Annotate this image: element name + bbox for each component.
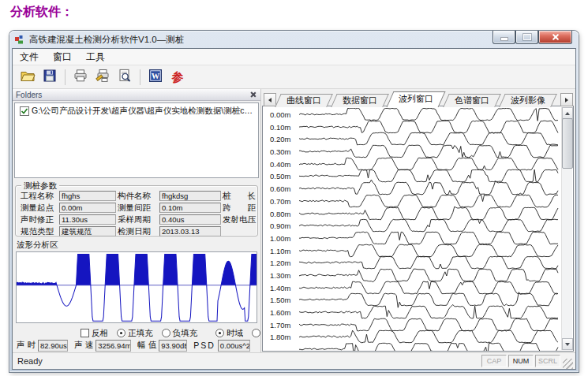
param-value-9[interactable]: 建筑规范: [59, 226, 116, 236]
toolbar-button-word-export[interactable]: W: [145, 68, 166, 87]
depth-label-12: 1.20m: [270, 259, 290, 267]
vertical-scrollbar[interactable]: [561, 107, 572, 350]
fill-radio-0[interactable]: 正填充: [117, 328, 153, 339]
fill-radio-label-0: 正填充: [128, 328, 153, 339]
depth-label-0: 0.00m: [270, 110, 290, 119]
pile-params-group: 测桩参数 工程名称fhghs构件名称fhgkdsg桩 长0.00m测量起点0.0…: [15, 185, 258, 236]
tab-2[interactable]: 波列窗口: [390, 91, 442, 107]
waveform-area-label: 波形分析区: [17, 240, 260, 251]
arrow-left-icon: [268, 98, 272, 102]
params-icon: 参: [172, 71, 184, 83]
readout-value-0[interactable]: 82.90us: [38, 340, 68, 352]
toolbar-button-save[interactable]: [39, 68, 60, 87]
param-label-1: 构件名称: [118, 191, 158, 201]
readout-value-2[interactable]: 93.90dB: [159, 340, 187, 352]
depth-label-6: 0.60m: [270, 184, 290, 193]
maximize-icon: [523, 34, 531, 40]
toolbar-button-params[interactable]: 参: [167, 68, 188, 87]
right-panel: 曲线窗口数据窗口波列窗口色谱窗口波列影像 0.00m0.10m0.20m0.30…: [261, 89, 575, 352]
page: 分析软件： 高铁建混凝土检测分析软件V1.0—测桩 文件窗口工具 W参: [0, 0, 588, 376]
maximize-button[interactable]: [515, 31, 538, 44]
param-label-3: 测量起点: [21, 203, 58, 213]
caption-buttons: [492, 31, 572, 44]
indicator-num: NUM: [508, 355, 534, 367]
param-value-1[interactable]: fhgkdsg: [159, 191, 221, 201]
resize-grip[interactable]: [563, 359, 573, 369]
invert-label: 反相: [92, 328, 108, 339]
param-value-6[interactable]: 11.30us: [59, 214, 116, 225]
close-icon: [552, 33, 560, 41]
toolbar-separator: [65, 69, 66, 85]
menu-item-0[interactable]: 文件: [13, 49, 46, 65]
tab-scroll-right-button[interactable]: [560, 93, 573, 106]
toolbar-button-print-setup[interactable]: [92, 68, 113, 87]
scroll-down-button[interactable]: [562, 338, 573, 350]
tab-4[interactable]: 波列影像: [502, 94, 554, 107]
print-setup-icon: [95, 68, 110, 87]
tab-scroll-left-button[interactable]: [264, 93, 276, 106]
param-value-10[interactable]: 2013.03.13: [159, 226, 221, 236]
arrow-right-icon: [565, 98, 568, 102]
open-file-icon: [20, 68, 36, 87]
param-value-0[interactable]: fhghs: [59, 191, 116, 201]
tab-3[interactable]: 色谱窗口: [446, 94, 498, 107]
indicator-scrl: SCRL: [535, 355, 560, 367]
folder-tree-item[interactable]: G:\公司产品设计开发\超声仪器\超声仪实地检测数据\测桩cd\cd03\cd0…: [15, 103, 258, 117]
statusbar: Ready CAPNUMSCRL: [13, 352, 575, 369]
folders-close-icon[interactable]: [249, 91, 257, 99]
tabstrip: 曲线窗口数据窗口波列窗口色谱窗口波列影像: [262, 90, 574, 106]
readout-value-3[interactable]: 0.00us^2/m: [218, 340, 250, 352]
minimize-icon: [500, 37, 508, 41]
depth-label-18: 1.80m: [270, 333, 290, 341]
radio-icon: [215, 329, 224, 337]
tab-label-2: 波列窗口: [399, 94, 433, 103]
toolbar: W参: [13, 65, 575, 89]
pile-params-title: 测桩参数: [21, 181, 59, 192]
app-window: 高铁建混凝土检测分析软件V1.0—测桩 文件窗口工具 W参 Folders: [9, 31, 579, 372]
word-export-icon: W: [148, 68, 163, 87]
readout-label-0: 声 时: [17, 340, 36, 351]
depth-label-14: 1.40m: [270, 284, 290, 292]
depth-label-8: 0.80m: [270, 210, 290, 218]
depth-label-16: 1.60m: [270, 308, 290, 317]
tab-0[interactable]: 曲线窗口: [278, 94, 330, 107]
status-text: Ready: [17, 356, 43, 366]
toolbar-button-open-file[interactable]: [17, 68, 38, 87]
menu-item-2[interactable]: 工具: [79, 49, 112, 65]
radio-icon: [252, 329, 260, 337]
arrow-up-icon: [565, 112, 570, 115]
page-heading: 分析软件：: [10, 4, 73, 20]
toolbar-separator: [140, 69, 140, 85]
titlebar[interactable]: 高铁建混凝土检测分析软件V1.0—测桩: [9, 31, 579, 48]
param-label-0: 工程名称: [21, 191, 58, 201]
readout-value-1[interactable]: 3256.94m/s: [96, 340, 131, 352]
param-value-4[interactable]: 0.10m: [159, 203, 221, 213]
param-label-7: 采样周期: [118, 214, 158, 225]
fill-radio-1[interactable]: 负填充: [162, 328, 198, 339]
param-label-5: 跨 距: [223, 203, 262, 213]
close-button[interactable]: [538, 31, 572, 44]
param-label-4: 测量间距: [118, 203, 158, 213]
checkbox-checked-icon[interactable]: [20, 106, 29, 116]
depth-label-5: 0.50m: [270, 172, 290, 181]
scrollbar-thumb[interactable]: [562, 118, 573, 169]
param-value-3[interactable]: 0.00m: [59, 203, 116, 213]
wave-row-19[interactable]: [263, 343, 561, 351]
minimize-button[interactable]: [492, 31, 515, 44]
scroll-up-button[interactable]: [562, 107, 573, 119]
fill-radio-label-1: 负填充: [173, 328, 198, 339]
folders-title: Folders: [16, 91, 42, 99]
domain-radio-0[interactable]: 时域: [215, 328, 243, 339]
menu-item-1[interactable]: 窗口: [46, 49, 79, 65]
tab-label-1: 数据窗口: [343, 95, 377, 105]
depth-label-17: 1.70m: [270, 321, 290, 329]
depth-label-9: 0.90m: [270, 222, 290, 230]
readout-label-2: 幅 值: [137, 340, 156, 351]
toolbar-button-print-preview[interactable]: [114, 68, 135, 87]
param-value-7[interactable]: 0.40us: [159, 214, 221, 225]
tab-1[interactable]: 数据窗口: [334, 94, 386, 107]
radio-icon: [117, 329, 125, 337]
toolbar-button-print[interactable]: [70, 68, 91, 87]
radio-icon: [162, 329, 170, 337]
invert-checkbox[interactable]: 反相: [81, 328, 108, 339]
